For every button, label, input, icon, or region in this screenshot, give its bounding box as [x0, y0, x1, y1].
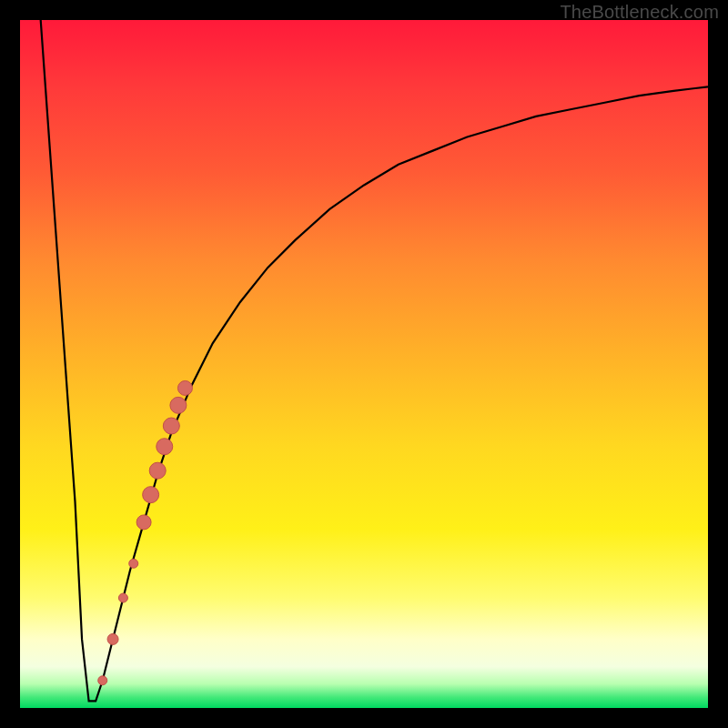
chart-svg	[20, 20, 708, 708]
marker-dot	[170, 397, 187, 413]
marker-group	[98, 380, 193, 684]
plot-area	[20, 20, 708, 708]
marker-dot	[136, 515, 151, 530]
chart-stage: TheBottleneck.com	[0, 0, 728, 728]
marker-dot	[118, 593, 127, 602]
bottleneck-curve	[41, 20, 708, 701]
marker-dot	[157, 439, 173, 455]
marker-dot	[143, 487, 159, 503]
marker-dot	[149, 462, 166, 479]
marker-dot	[107, 633, 118, 644]
watermark-text: TheBottleneck.com	[560, 2, 719, 23]
marker-dot	[163, 418, 179, 434]
marker-dot	[177, 380, 192, 395]
marker-dot	[98, 676, 107, 685]
marker-dot	[129, 559, 138, 568]
